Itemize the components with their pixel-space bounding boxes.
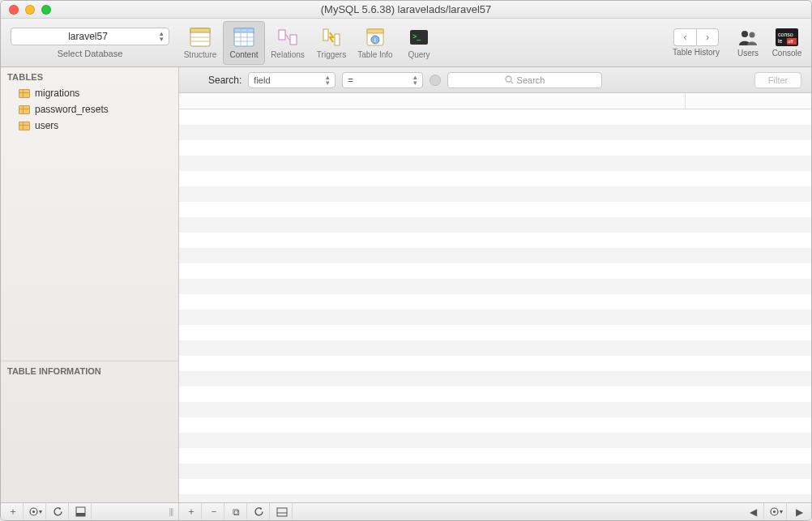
remove-row-button[interactable]: － [203,503,224,521]
toolbar: laravel57 ▴▾ Select Database Structure C… [1,19,811,67]
resize-handle[interactable]: ||| [165,507,177,516]
table-info-label: Table Info [357,50,392,59]
history-back-button[interactable]: ‹ [673,28,696,46]
refresh-content-button[interactable] [249,503,270,521]
database-selector-caption: Select Database [58,49,123,58]
relations-icon [276,26,299,49]
table-information-body [1,381,178,502]
table-information-header: TABLE INFORMATION [1,361,178,381]
toggle-info-button[interactable] [71,503,92,521]
relations-label: Relations [271,50,305,59]
view-toolbar-group: Structure Content Relations Triggers [179,19,440,66]
grid-row [179,325,811,340]
svg-text:i: i [374,36,376,44]
data-grid [179,93,811,502]
content-label: Content [229,50,258,59]
svg-point-27 [506,76,511,82]
table-item-migrations[interactable]: migrations [1,85,178,101]
query-button[interactable]: >_ Query [398,21,440,65]
table-item-users[interactable]: users [1,117,178,134]
minimize-icon[interactable] [25,5,35,15]
database-selector-wrap: laravel57 ▴▾ Select Database [9,19,171,66]
console-icon: consoleoff [775,28,799,47]
gear-icon [769,506,780,517]
search-placeholder: Search [517,75,545,85]
tables-header: TABLES [1,67,178,85]
duplicate-row-button[interactable]: ⧉ [226,503,247,521]
grid-rows [179,109,811,502]
content-button[interactable]: Content [223,21,265,65]
grid-row [179,171,811,186]
history-nav: ‹ › [673,28,719,46]
svg-rect-33 [277,508,287,516]
grid-row [179,402,811,417]
search-label: Search: [208,75,241,86]
table-item-label: migrations [35,88,79,99]
content-icon [233,26,255,49]
searchbar: Search: field ▴▾ = ▴▾ Search Filter [179,67,811,93]
grid-row [179,233,811,248]
users-icon [737,28,759,47]
grid-row [179,479,811,494]
console-button[interactable]: consoleoff Console [771,28,803,58]
gear-button[interactable]: ▾ [25,503,46,521]
app-window: (MySQL 5.6.38) laravelads/laravel57 lara… [0,0,812,521]
table-icon [19,89,30,98]
close-icon[interactable] [9,5,19,15]
right-toolbar: ‹ › Table History Users consoleoff Conso… [667,19,803,66]
table-item-password-resets[interactable]: password_resets [1,101,178,117]
users-button[interactable]: Users [732,28,764,58]
search-field-dropdown[interactable]: field ▴▾ [248,72,335,88]
grid-row [179,433,811,448]
grid-row [179,279,811,294]
table-info-button[interactable]: i Table Info [354,21,396,65]
structure-label: Structure [184,50,217,59]
relations-button[interactable]: Relations [267,21,309,65]
grid-row [179,186,811,202]
grid-header[interactable] [179,93,811,109]
grid-row [179,140,811,156]
structure-button[interactable]: Structure [179,21,221,65]
gear-menu-button[interactable]: ▾ [766,503,787,521]
content-pane: Search: field ▴▾ = ▴▾ Search Filter [179,67,811,502]
svg-line-28 [511,81,513,83]
search-operator-value: = [348,75,353,85]
console-toggle-button[interactable] [271,503,293,521]
table-icon [19,122,30,130]
svg-rect-12 [323,29,328,41]
add-filter-button[interactable] [430,75,441,86]
table-item-label: password_resets [35,104,109,115]
refresh-button[interactable] [48,503,69,521]
triggers-button[interactable]: Triggers [310,21,353,65]
history-forward-button[interactable]: › [696,28,719,46]
grid-row [179,386,811,402]
search-operator-dropdown[interactable]: = ▴▾ [342,72,423,88]
database-selector-value: laravel57 [16,31,160,42]
filter-button[interactable]: Filter [754,72,801,88]
gear-icon [28,506,39,517]
table-history-wrap: ‹ › Table History [667,28,725,57]
prev-page-button[interactable]: ◀ [743,503,764,521]
table-info-icon: i [364,26,387,49]
add-button[interactable]: ＋ [2,503,24,521]
svg-text:conso: conso [778,32,793,37]
refresh-icon [254,506,264,517]
grid-row [179,494,811,502]
svg-text:le: le [778,38,783,44]
svg-rect-1 [190,28,210,32]
grid-row [179,109,811,125]
svg-point-20 [741,31,748,37]
body: TABLES migrations password_resets users … [1,67,811,502]
grid-row [179,448,811,463]
updown-icon: ▴▾ [160,31,164,42]
table-icon [19,105,30,114]
grid-row [179,463,811,479]
search-input[interactable]: Search [447,72,601,88]
grid-row [179,371,811,386]
maximize-icon[interactable] [41,5,51,15]
grid-row [179,125,811,140]
database-selector[interactable]: laravel57 ▴▾ [11,28,169,45]
next-page-button[interactable]: ▶ [788,503,810,521]
search-icon [505,75,514,84]
add-row-button[interactable]: ＋ [181,503,202,521]
